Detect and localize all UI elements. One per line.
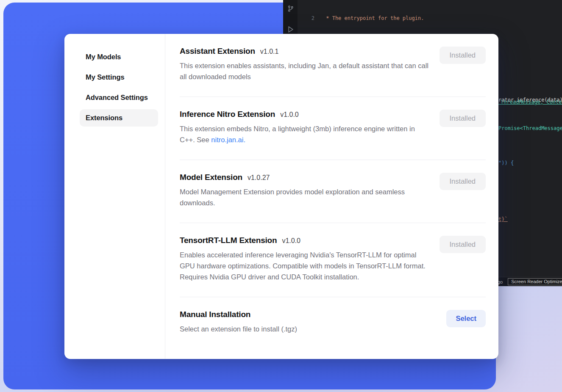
extension-version: v1.0.1 — [260, 48, 279, 55]
extension-description: Select an extension file to install (.tg… — [180, 323, 432, 334]
extension-name: Model Extension — [180, 173, 242, 182]
line-number: 2 — [298, 15, 314, 22]
screen-reader-badge[interactable]: Screen Reader Optimized — [508, 278, 562, 285]
installed-button[interactable]: Installed — [440, 47, 486, 64]
run-debug-icon[interactable] — [287, 26, 294, 35]
extension-entry-manual-installation: Manual Installation Select an extension … — [180, 297, 486, 349]
sidebar-item-my-settings[interactable]: My Settings — [80, 69, 158, 86]
extension-name: Manual Installation — [180, 310, 250, 319]
extension-version: v1.0.0 — [282, 237, 300, 245]
code-fragment: ")) { — [498, 160, 514, 166]
code-fragment: Promise<ThreadMessage> — [498, 125, 562, 131]
extension-entry-tensorrt: TensortRT-LLM Extension v1.0.0 Enables a… — [180, 223, 486, 297]
extension-description: Model Management Extension provides mode… — [180, 186, 429, 208]
installed-button[interactable]: Installed — [440, 110, 486, 127]
code-text: * The entrypoint for the plugin. — [323, 15, 424, 21]
extension-entry-assistant: Assistant Extension v1.0.1 This extensio… — [180, 36, 486, 97]
code-fragment: t}` — [498, 216, 508, 222]
installed-button[interactable]: Installed — [440, 173, 486, 190]
sidebar-item-my-models[interactable]: My Models — [80, 48, 158, 66]
extension-version: v1.0.0 — [280, 111, 299, 119]
code-line: 2 * The entrypoint for the plugin. — [298, 15, 562, 22]
extension-description: This extension embeds Nitro, a lightweig… — [180, 123, 429, 145]
installed-button[interactable]: Installed — [440, 236, 486, 253]
sidebar-item-extensions[interactable]: Extensions — [80, 109, 158, 127]
extensions-list: Assistant Extension v1.0.1 This extensio… — [165, 34, 498, 359]
code-fragment: rator.inference(data)); — [498, 97, 562, 103]
extension-version: v1.0.27 — [248, 174, 270, 182]
sidebar-item-advanced-settings[interactable]: Advanced Settings — [80, 89, 158, 106]
source-control-icon[interactable] — [287, 5, 294, 14]
extension-name: Inference Nitro Extension — [180, 110, 275, 119]
extension-name: Assistant Extension — [180, 47, 255, 56]
page: { "colors": { "panel_blue": "#4a6af5", "… — [0, 0, 562, 392]
extension-description: This extension enables assistants, inclu… — [180, 60, 429, 82]
extension-entry-model: Model Extension v1.0.27 Model Management… — [180, 160, 486, 223]
select-button[interactable]: Select — [446, 310, 486, 327]
nitro-jan-ai-link[interactable]: nitro.jan.ai. — [211, 136, 245, 144]
extension-entry-nitro: Inference Nitro Extension v1.0.0 This ex… — [180, 97, 486, 160]
settings-sidebar: My Models My Settings Advanced Settings … — [64, 34, 165, 359]
extension-description: Enables accelerated inference leveraging… — [180, 249, 429, 282]
settings-modal: My Models My Settings Advanced Settings … — [64, 34, 498, 359]
extension-name: TensortRT-LLM Extension — [180, 236, 277, 245]
